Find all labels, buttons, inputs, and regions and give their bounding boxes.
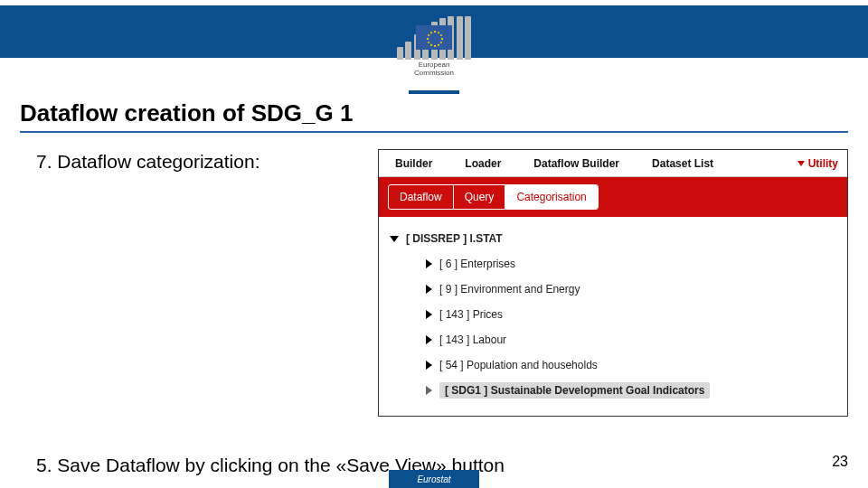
app-screenshot: Builder Loader Dataflow Builder Dataset … [378,149,848,417]
ec-org-label: European Commission [414,61,454,78]
tree-item-selected-label: [ SDG1 ] Sustainable Development Goal In… [439,382,710,399]
tree-item-selected[interactable]: [ SDG1 ] Sustainable Development Goal In… [390,378,836,403]
content-row: 7. Dataflow categorization: Builder Load… [20,149,848,417]
tab-query[interactable]: Query [454,185,506,209]
tree-root-label: [ DISSREP ] I.STAT [406,232,503,245]
footer-eurostat: Eurostat [389,470,479,488]
nav-dataset-list[interactable]: Dataset List [636,150,730,177]
category-tree: [ DISSREP ] I.STAT [ 6 ] Enterprises [ 9… [379,217,847,416]
caret-right-icon [426,310,432,319]
caret-right-icon [426,386,432,395]
nav-dataflow-builder[interactable]: Dataflow Builder [517,150,636,177]
eu-stars [425,29,443,47]
sub-tab-bar: Dataflow Query Categorisation [379,177,847,217]
bar [405,42,411,60]
nav-builder[interactable]: Builder [379,150,448,177]
ec-logo: European Commission [380,16,488,78]
tree-item-label: [ 143 ] Labour [439,333,506,346]
step-7-text: 7. Dataflow categorization: [20,149,259,173]
slide-title: Dataflow creation of SDG_G 1 [20,99,848,127]
tree-item[interactable]: [ 6 ] Enterprises [390,251,836,277]
tree-item-label: [ 9 ] Environment and Energy [439,283,580,296]
bar [457,16,463,60]
top-nav: Builder Loader Dataflow Builder Dataset … [379,150,847,177]
chevron-down-icon [797,161,805,166]
tree-item-label: [ 6 ] Enterprises [439,258,515,270]
tree-item[interactable]: [ 54 ] Population and households [390,352,836,378]
sub-tab-group: Dataflow Query Categorisation [388,184,599,210]
tree-root[interactable]: [ DISSREP ] I.STAT [390,226,836,251]
tree-item-label: [ 54 ] Population and households [439,359,598,371]
slide-header: European Commission [0,0,868,78]
ec-flag-area [397,16,471,60]
tree-item[interactable]: [ 9 ] Environment and Energy [390,277,836,302]
caret-right-icon [426,361,432,370]
tree-item[interactable]: [ 143 ] Labour [390,327,836,352]
bar [397,47,403,60]
eu-flag-icon [416,25,452,50]
ec-org-line1: European [419,61,450,69]
ec-org-line2: Commission [414,69,454,77]
page-number: 23 [832,454,848,470]
caret-right-icon [426,335,432,344]
tree-item-label: [ 143 ] Prices [439,308,503,321]
tab-categorisation[interactable]: Categorisation [505,185,597,209]
tree-item[interactable]: [ 143 ] Prices [390,302,836,327]
nav-utility[interactable]: Utility [797,157,847,170]
caret-right-icon [426,259,432,268]
nav-loader[interactable]: Loader [448,150,517,177]
caret-down-icon [390,236,399,242]
caret-right-icon [426,285,432,294]
tab-dataflow[interactable]: Dataflow [389,185,454,209]
nav-utility-label: Utility [808,157,838,170]
title-divider [20,131,848,133]
bar [465,16,471,60]
slide-body: Dataflow creation of SDG_G 1 7. Dataflow… [0,78,868,488]
